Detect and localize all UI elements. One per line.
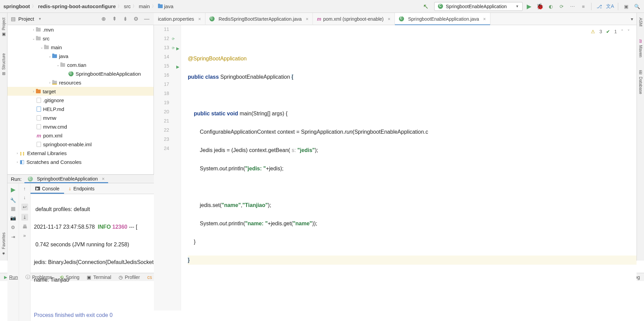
project-tree[interactable]: ›.mvn ⌄src ⌄main ⌄java ⌄com.tian Springb… bbox=[7, 25, 154, 174]
tree-iml[interactable]: springboot-enable.iml bbox=[43, 141, 92, 147]
down-icon[interactable]: ↓ bbox=[23, 195, 26, 200]
close-icon[interactable]: × bbox=[102, 176, 105, 182]
expand-icon[interactable]: › bbox=[15, 151, 20, 155]
editor-body[interactable]: 11 12⟳ 13⟳▶ 14 15▶ 16 17 18 19 20 21 22 … bbox=[154, 25, 637, 310]
wrench-icon[interactable]: 🔧 bbox=[10, 197, 16, 203]
layout-icon[interactable]: ▣ bbox=[622, 2, 630, 11]
up-icon[interactable]: ˄ bbox=[621, 27, 623, 36]
close-icon[interactable]: × bbox=[483, 16, 486, 22]
tab-asm[interactable]: ASM bbox=[638, 16, 643, 28]
folder-icon bbox=[36, 90, 41, 93]
collapse-icon[interactable]: ⌄ bbox=[47, 54, 52, 58]
inspection-indicator[interactable]: ⚠3 ✔1 ˄ ˅ bbox=[591, 27, 630, 36]
crumb-module[interactable]: redis-spring-boot-autoconfigure bbox=[38, 3, 116, 9]
tree-scratch[interactable]: Scratches and Consoles bbox=[26, 159, 82, 165]
folder-icon bbox=[52, 81, 57, 84]
stop-icon[interactable] bbox=[11, 207, 15, 211]
tab-enable-app[interactable]: SpringbootEnableApplication.java× bbox=[395, 13, 490, 25]
expand-all-icon[interactable]: ⇞ bbox=[110, 15, 118, 23]
breadcrumb[interactable]: springboot 〉 redis-spring-boot-autoconfi… bbox=[0, 3, 174, 9]
tab-database[interactable]: 🗄Database bbox=[638, 69, 643, 95]
down-icon[interactable]: ˅ bbox=[627, 27, 630, 36]
tab-maven[interactable]: mMaven bbox=[638, 38, 643, 59]
more-actions-icon[interactable]: ⋯ bbox=[568, 2, 577, 11]
back-arrow-icon[interactable]: ↖ bbox=[420, 2, 432, 11]
run-gutter-icon[interactable]: ⟳ bbox=[172, 46, 175, 50]
tree-pkg[interactable]: com.tian bbox=[67, 62, 86, 68]
code-area[interactable]: ⚠3 ✔1 ˄ ˅ @SpringBootApplication public … bbox=[181, 25, 637, 310]
collapse-icon[interactable]: ⌄ bbox=[56, 63, 60, 67]
stop-button[interactable]: ■ bbox=[579, 2, 588, 11]
left-tool-strip: ▣Project ⊞Structure ★Favorites bbox=[0, 13, 7, 261]
tree-java[interactable]: java bbox=[59, 53, 68, 59]
translate-icon[interactable]: 文A bbox=[606, 2, 615, 11]
tree-class[interactable]: SpringbootEnableApplication bbox=[76, 71, 141, 77]
soft-wrap-icon[interactable]: ↩ bbox=[21, 204, 28, 210]
tabs-dropdown-icon[interactable]: ▾ bbox=[627, 16, 637, 22]
up-icon[interactable]: ↑ bbox=[23, 186, 26, 191]
tree-ext[interactable]: External Libraries bbox=[27, 150, 67, 156]
tab-spring[interactable]: ⟲Spring bbox=[60, 275, 79, 280]
expand-icon[interactable]: › bbox=[31, 28, 36, 32]
tree-src[interactable]: src bbox=[43, 36, 49, 41]
collapse-icon[interactable]: ⌄ bbox=[39, 45, 44, 49]
actuator-icon[interactable]: ⚙ bbox=[11, 225, 15, 230]
tab-run-bottom[interactable]: ▶Run bbox=[4, 275, 18, 280]
tree-gitignore[interactable]: .gitignore bbox=[43, 97, 64, 103]
tab-profiler[interactable]: ◷Profiler bbox=[119, 275, 140, 280]
expand-icon[interactable]: › bbox=[31, 90, 36, 93]
folder-icon bbox=[36, 28, 41, 32]
tab-endpoints[interactable]: ⫰Endpoints bbox=[64, 184, 99, 193]
tab-structure[interactable]: ⊞Structure bbox=[1, 52, 6, 77]
tab-project[interactable]: ▣Project bbox=[1, 16, 6, 38]
tab-redis-starter[interactable]: RedisSpringBootStarterApplication.java× bbox=[205, 13, 313, 25]
tab-favorites[interactable]: ★Favorites bbox=[1, 231, 6, 257]
crumb-src[interactable]: src bbox=[124, 3, 130, 9]
run-config-selector[interactable]: SpringbootEnableApplication ▼ bbox=[434, 2, 523, 11]
tab-console[interactable]: ▶Console bbox=[31, 184, 64, 193]
exit-icon[interactable]: ⇥ bbox=[11, 234, 15, 240]
close-icon[interactable]: × bbox=[306, 16, 308, 22]
search-icon[interactable]: 🔍 bbox=[632, 2, 641, 11]
tree-target[interactable]: target bbox=[43, 89, 56, 94]
tree-main[interactable]: main bbox=[51, 44, 62, 50]
crumb-root[interactable]: springboot bbox=[3, 3, 30, 9]
collapse-all-icon[interactable]: ⇟ bbox=[121, 15, 129, 23]
rerun-icon[interactable]: ▶ bbox=[11, 186, 16, 193]
debug-button[interactable]: 🐞 bbox=[536, 2, 544, 11]
camera-icon[interactable]: 📷 bbox=[10, 215, 16, 221]
more-icon[interactable]: » bbox=[23, 233, 26, 238]
scroll-end-icon[interactable]: ⤓ bbox=[21, 214, 28, 221]
tree-help[interactable]: HELP.md bbox=[43, 106, 64, 112]
profile-button[interactable]: ⟳ bbox=[557, 2, 566, 11]
crumb-main[interactable]: main bbox=[139, 3, 150, 9]
run-gutter-icon[interactable]: ▶ bbox=[176, 46, 179, 51]
tab-terminal[interactable]: ▣Terminal bbox=[87, 275, 111, 280]
tab-properties[interactable]: ication.properties× bbox=[154, 13, 205, 25]
tree-pom[interactable]: pom.xml bbox=[43, 133, 62, 138]
hide-icon[interactable]: — bbox=[143, 15, 150, 23]
run-config-tab[interactable]: SpringbootEnableApplication × bbox=[24, 175, 108, 183]
expand-icon[interactable]: › bbox=[15, 160, 20, 164]
run-gutter-icon[interactable]: ▶ bbox=[176, 64, 179, 69]
select-opened-icon[interactable]: ⊕ bbox=[100, 15, 107, 23]
print-icon[interactable]: 🖶 bbox=[22, 224, 27, 229]
git-icon[interactable]: ⎇ bbox=[595, 2, 604, 11]
run-gutter-icon[interactable]: ⟳ bbox=[172, 37, 175, 41]
tab-pom[interactable]: mpom.xml (springboot-enable)× bbox=[313, 13, 395, 25]
tab-problems[interactable]: ⓘProblems bbox=[25, 274, 52, 280]
run-button[interactable]: ▶ bbox=[525, 2, 534, 11]
close-icon[interactable]: × bbox=[198, 16, 201, 22]
close-icon[interactable]: × bbox=[388, 16, 390, 22]
tree-mvnw[interactable]: mvnw bbox=[43, 115, 56, 121]
line-gutter[interactable]: 11 12⟳ 13⟳▶ 14 15▶ 16 17 18 19 20 21 22 … bbox=[154, 25, 181, 310]
tree-resources[interactable]: resources bbox=[59, 80, 81, 86]
tree-mvn[interactable]: .mvn bbox=[43, 27, 54, 33]
coverage-button[interactable]: ◐ bbox=[546, 2, 555, 11]
project-panel-title[interactable]: ▤ Project ▼ bbox=[11, 16, 42, 22]
settings-icon[interactable]: ⚙ bbox=[132, 15, 140, 23]
tree-mvnwcmd[interactable]: mvnw.cmd bbox=[43, 124, 67, 130]
crumb-java[interactable]: java bbox=[158, 3, 174, 9]
collapse-icon[interactable]: ⌄ bbox=[31, 37, 36, 40]
expand-icon[interactable]: › bbox=[47, 81, 52, 84]
